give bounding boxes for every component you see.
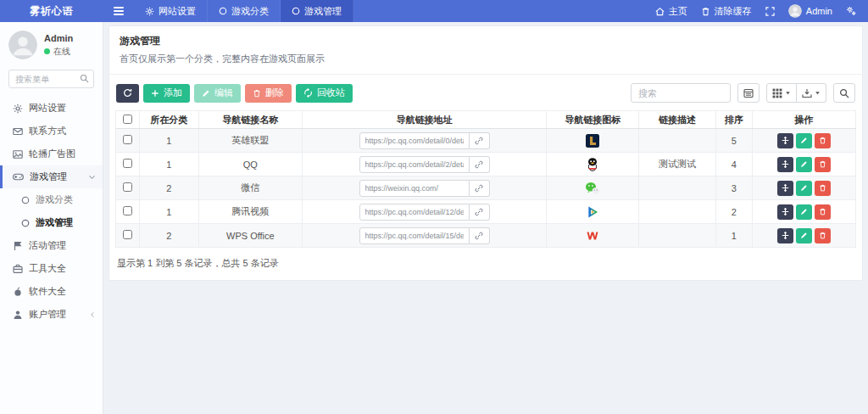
row-checkbox[interactable] — [123, 230, 132, 239]
circle-icon — [21, 219, 30, 227]
cell-url — [302, 129, 546, 153]
row-checkbox[interactable] — [123, 135, 132, 144]
recycle-bin-button[interactable]: 回收站 — [296, 84, 353, 103]
sidebar-item-activity-management[interactable]: 活动管理 — [0, 234, 103, 257]
select-all-checkbox[interactable] — [123, 115, 132, 124]
settings-menu[interactable] — [846, 6, 856, 16]
home-icon — [655, 7, 665, 16]
sidebar-item-game-management-sub[interactable]: 游戏管理 — [0, 211, 103, 234]
cell-icon — [547, 176, 639, 200]
toggle-view-button[interactable] — [737, 83, 760, 103]
move-row-button[interactable] — [777, 157, 793, 172]
table-row: 1 英雄联盟 5 — [116, 129, 856, 153]
home-link[interactable]: 主页 — [655, 5, 687, 18]
delete-row-button[interactable] — [815, 133, 831, 148]
edit-row-button[interactable] — [796, 133, 812, 148]
delete-row-button[interactable] — [815, 181, 831, 196]
panel-heading: 游戏管理 首页仅展示第一个分类，完整内容在游戏页面展示 — [109, 26, 862, 75]
cell-ops — [752, 129, 855, 153]
export-button[interactable] — [797, 83, 826, 103]
link-button[interactable] — [470, 132, 490, 149]
sidebar-item-game-category[interactable]: 游戏分类 — [0, 188, 103, 211]
qq-icon — [585, 157, 600, 172]
tab-game-management[interactable]: 游戏管理 — [281, 0, 353, 22]
cell-icon — [547, 153, 639, 176]
apple-icon — [13, 287, 23, 297]
move-row-button[interactable] — [777, 133, 793, 148]
cell-category: 2 — [139, 224, 198, 248]
toolbar-right — [631, 83, 855, 103]
card-view-icon — [743, 88, 754, 98]
sidebar-toggle-button[interactable] — [103, 0, 134, 22]
user-menu[interactable]: Admin — [788, 4, 832, 18]
edit-row-button[interactable] — [796, 228, 812, 243]
admin-app: 雾祈心语 网站设置 游戏分类 游戏管理 主页 — [0, 0, 868, 414]
tab-label: 网站设置 — [159, 5, 196, 18]
row-checkbox[interactable] — [123, 159, 132, 168]
col-icon: 导航链接图标 — [547, 111, 639, 129]
row-checkbox[interactable] — [123, 182, 132, 192]
tab-game-category[interactable]: 游戏分类 — [208, 0, 281, 22]
tab-label: 游戏分类 — [231, 5, 269, 18]
table-row: 1 QQ 测试测试 4 — [116, 153, 856, 176]
search-icon — [80, 74, 89, 83]
clear-cache-button[interactable]: 清除缓存 — [701, 5, 752, 18]
gear-icon — [145, 7, 154, 16]
delete-row-button[interactable] — [815, 157, 831, 172]
edit-row-button[interactable] — [796, 157, 812, 172]
link-button[interactable] — [470, 204, 490, 221]
cell-desc: 测试测试 — [639, 153, 716, 176]
columns-button[interactable] — [766, 83, 797, 103]
edit-button[interactable]: 编辑 — [194, 84, 241, 103]
table-search-input[interactable] — [631, 83, 731, 103]
col-ops: 操作 — [752, 111, 855, 129]
gear-icon — [13, 104, 23, 114]
topbar-tabs: 网站设置 游戏分类 游戏管理 — [134, 0, 353, 22]
link-button[interactable] — [470, 180, 490, 197]
delete-row-button[interactable] — [815, 204, 831, 220]
move-row-button[interactable] — [777, 228, 793, 243]
add-button[interactable]: 添加 — [143, 84, 190, 103]
move-row-button[interactable] — [777, 181, 793, 196]
tab-label: 游戏管理 — [304, 5, 342, 18]
refresh-button[interactable] — [116, 84, 139, 103]
link-button[interactable] — [470, 156, 490, 173]
circle-icon — [219, 7, 227, 15]
cell-desc — [639, 176, 716, 200]
wps-icon — [585, 228, 600, 243]
fullscreen-button[interactable] — [765, 7, 775, 16]
edit-row-button[interactable] — [796, 181, 812, 196]
edit-row-button[interactable] — [796, 204, 812, 220]
sidebar-item-software[interactable]: 软件大全 — [0, 280, 103, 303]
cell-name: WPS Office — [198, 224, 302, 248]
sidebar: Admin 在线 网站设置 联系方式 轮播广告图 游戏管理 — [0, 22, 103, 414]
sidebar-item-site-settings[interactable]: 网站设置 — [0, 97, 103, 120]
row-checkbox[interactable] — [123, 206, 132, 215]
url-input[interactable] — [359, 204, 470, 221]
brand-title: 雾祈心语 — [0, 0, 103, 22]
link-button[interactable] — [470, 227, 490, 244]
sidebar-item-carousel-ads[interactable]: 轮播广告图 — [0, 143, 103, 165]
cell-category: 1 — [139, 129, 198, 153]
advanced-search-button[interactable] — [833, 83, 855, 103]
user-icon — [13, 310, 23, 320]
tab-site-settings[interactable]: 网站设置 — [134, 0, 208, 22]
sidebar-item-tools[interactable]: 工具大全 — [0, 257, 103, 280]
table-search — [631, 83, 731, 103]
move-row-button[interactable] — [777, 204, 793, 220]
url-input[interactable] — [359, 227, 470, 244]
sidebar-item-account-management[interactable]: 账户管理 — [0, 303, 103, 326]
hamburger-icon — [114, 5, 124, 17]
sidebar-item-game-management[interactable]: 游戏管理 — [0, 165, 103, 188]
avatar — [788, 4, 802, 18]
sidebar-item-contact[interactable]: 联系方式 — [0, 120, 103, 143]
delete-button[interactable]: 删除 — [245, 84, 292, 103]
main-content: 游戏管理 首页仅展示第一个分类，完整内容在游戏页面展示 添加 编辑 — [103, 22, 868, 414]
topbar-right: 主页 清除缓存 Admin — [655, 0, 868, 22]
url-input[interactable] — [359, 180, 470, 197]
url-input[interactable] — [359, 132, 470, 149]
url-input[interactable] — [359, 156, 470, 173]
username-label: Admin — [806, 6, 832, 16]
delete-row-button[interactable] — [815, 228, 831, 243]
briefcase-icon — [13, 264, 23, 274]
